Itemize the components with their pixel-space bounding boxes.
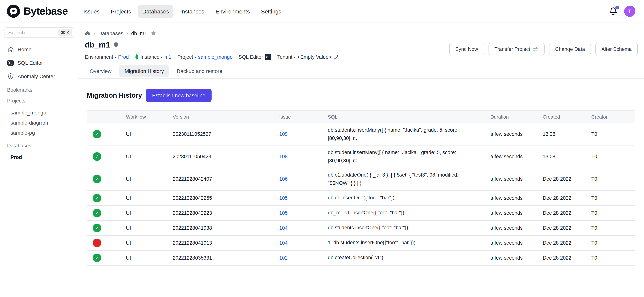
table-row: ✓ UI 20230111052527 109 db.students.inse… — [87, 123, 636, 146]
sidebar-project-sample-mongo[interactable]: sample_mongo — [0, 107, 78, 117]
cell-created: 13:26 — [543, 128, 591, 140]
sidebar-item-label: Anomaly Center — [18, 73, 55, 79]
establish-baseline-button[interactable]: Establish new baseline — [146, 89, 212, 102]
cell-created: Dec 28 2022 — [543, 237, 591, 248]
issue-link[interactable]: 106 — [279, 176, 288, 182]
sidebar-item-label: Home — [18, 46, 32, 52]
issue-link[interactable]: 108 — [279, 154, 288, 160]
nav-item-issues[interactable]: Issues — [79, 5, 104, 18]
issue-link[interactable]: 102 — [279, 255, 288, 260]
alter-schema-button[interactable]: Alter Schema — [596, 43, 638, 55]
cell-creator: T0 — [591, 192, 636, 204]
bytebase-logo-icon — [6, 4, 20, 18]
cell-sql: db.c1.updateOne( { _id: 3 }, [ { $set: {… — [328, 168, 490, 190]
cell-version: 20230111052527 — [173, 128, 279, 140]
header-actions: Sync Now Transfer Project Change Data Al… — [449, 43, 638, 55]
breadcrumb-home-icon[interactable] — [85, 30, 90, 36]
cell-workflow: UI — [126, 128, 173, 140]
bookmark-star-icon[interactable] — [150, 30, 156, 36]
issue-link[interactable]: 105 — [279, 210, 288, 216]
sidebar-item-sql-editor[interactable]: SQL Editor — [0, 57, 78, 69]
tab-overview[interactable]: Overview — [84, 65, 117, 77]
instance-link[interactable]: m1 — [164, 54, 172, 60]
col-created: Created — [543, 114, 591, 120]
sidebar-project-sample-pg[interactable]: sample-pg — [0, 128, 78, 138]
status-icon: ✓ — [93, 152, 101, 161]
notification-dot — [615, 6, 619, 9]
shield-badge-icon — [113, 42, 119, 48]
cell-created: Dec 28 2022 — [543, 207, 591, 219]
page-title: db_m1 — [85, 40, 110, 49]
status-icon: ✓ — [93, 223, 101, 232]
issue-link[interactable]: 105 — [279, 195, 288, 201]
issue-link[interactable]: 104 — [279, 240, 288, 245]
cell-sql: db.createCollection("c1"); — [328, 251, 490, 265]
sidebar-item-anomaly-center[interactable]: Anomaly Center — [0, 71, 78, 82]
project-link[interactable]: sample_mongo — [198, 54, 233, 60]
sidebar-item-label: SQL Editor — [18, 60, 43, 66]
tabs-divider — [78, 78, 644, 79]
nav-item-environments[interactable]: Environments — [211, 5, 254, 18]
sidebar-item-home[interactable]: Home — [0, 44, 78, 55]
home-icon — [7, 46, 14, 53]
cell-duration: a few seconds — [490, 128, 543, 140]
nav-item-projects[interactable]: Projects — [106, 5, 136, 18]
notification-bell-icon[interactable] — [609, 7, 618, 16]
col-issue: Issue — [279, 114, 328, 120]
cell-creator: T0 — [591, 207, 636, 219]
cell-workflow: UI — [126, 237, 173, 248]
cell-created: Dec 28 2022 — [543, 173, 591, 185]
cell-sql: db.students.insertOne({"foo": "bar"}); — [328, 221, 490, 235]
issue-link[interactable]: 109 — [279, 131, 288, 137]
col-sql: SQL — [328, 114, 490, 120]
edit-pencil-icon[interactable] — [334, 55, 339, 60]
change-data-button[interactable]: Change Data — [549, 43, 591, 55]
sync-now-button[interactable]: Sync Now — [449, 43, 484, 55]
app-window: Bytebase Issues Projects Databases Insta… — [0, 0, 644, 297]
search-box[interactable]: ⌘ K — [4, 27, 74, 38]
sidebar-section-databases: Databases — [0, 143, 78, 149]
table-row: ✓ UI 20221228042255 105 db.c1.insertOne(… — [87, 191, 636, 205]
cell-creator: T0 — [591, 222, 636, 234]
nav-item-settings[interactable]: Settings — [256, 5, 286, 18]
cell-duration: a few seconds — [490, 173, 543, 185]
cell-sql: db.students.insertMany([ { name: "Jacika… — [328, 123, 490, 145]
meta-sql-editor[interactable]: SQL Editor >_ — [238, 54, 271, 60]
cell-workflow: UI — [126, 151, 173, 163]
sidebar-database-prod[interactable]: Prod — [0, 152, 78, 162]
avatar[interactable]: T — [624, 6, 636, 17]
meta-environment: Environment - Prod — [85, 54, 129, 60]
cell-created: Dec 28 2022 — [543, 192, 591, 204]
cell-sql: db.student.insertMany([ { name: "Jacika"… — [328, 146, 490, 168]
nav-item-databases[interactable]: Databases — [138, 5, 174, 18]
breadcrumb: › Databases › db_m1 — [84, 30, 638, 36]
meta-project: Project - sample_mongo — [177, 54, 232, 60]
col-version: Version — [173, 114, 279, 120]
search-input[interactable] — [8, 30, 58, 36]
col-creator: Creator — [591, 114, 636, 120]
breadcrumb-databases-link[interactable]: Databases — [98, 30, 123, 36]
status-icon: ✓ — [93, 253, 101, 262]
issue-link[interactable]: 104 — [279, 225, 288, 231]
cell-duration: a few seconds — [490, 252, 543, 263]
cell-sql: 1. db.students.insertOne({"foo": "bar"})… — [328, 236, 490, 250]
cell-creator: T0 — [591, 252, 636, 263]
sidebar-project-sample-diagram[interactable]: sample-diagram — [0, 117, 78, 128]
migration-history-table: Workflow Version Issue SQL Duration Crea… — [87, 110, 636, 265]
bytebase-logo[interactable]: Bytebase — [6, 4, 68, 18]
cell-creator: T0 — [591, 128, 636, 140]
nav-item-instances[interactable]: Instances — [176, 5, 209, 18]
tab-backup-and-restore[interactable]: Backup and restore — [172, 65, 228, 77]
cell-workflow: UI — [126, 222, 173, 234]
environment-link[interactable]: Prod — [118, 54, 129, 60]
breadcrumb-separator: › — [94, 30, 95, 36]
table-row: ✓ UI 20221228042223 105 db_m1.c1.insertO… — [87, 205, 636, 220]
cell-version: 20221228042223 — [173, 207, 279, 219]
status-icon: ✓ — [93, 208, 101, 217]
cell-workflow: UI — [126, 192, 173, 204]
transfer-project-button[interactable]: Transfer Project — [488, 43, 545, 55]
table-row: ✓ UI 20230111050423 108 db.student.inser… — [87, 146, 636, 168]
tab-bar: Overview Migration History Backup and re… — [84, 65, 638, 77]
tab-migration-history[interactable]: Migration History — [120, 65, 169, 77]
cell-sql: db_m1.c1.insertOne({"foo": "bar"}); — [328, 206, 490, 220]
